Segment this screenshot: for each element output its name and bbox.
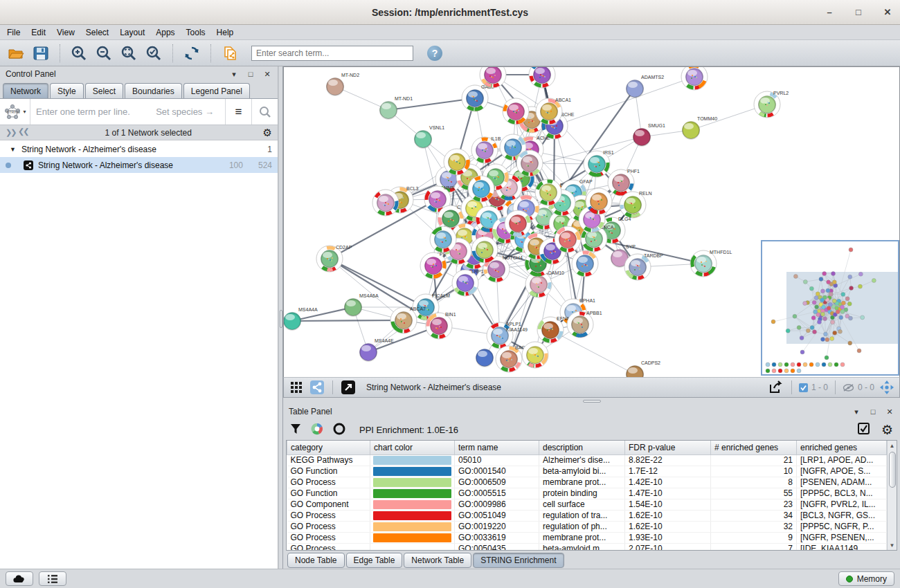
network-node[interactable]	[503, 98, 529, 125]
filter-icon[interactable]	[290, 423, 301, 437]
network-node[interactable]	[681, 67, 708, 90]
scroll-down-icon[interactable]: ▼	[888, 540, 897, 550]
birdseye-overview[interactable]	[761, 240, 899, 376]
panel-menu-icon[interactable]: ▾	[229, 70, 239, 79]
minimize-button[interactable]: –	[824, 7, 835, 18]
network-node[interactable]: TARDBP	[624, 253, 663, 280]
remove-chart-icon[interactable]	[333, 423, 345, 437]
table-settings-gear-icon[interactable]: ⚙	[881, 422, 893, 438]
network-node[interactable]	[468, 176, 494, 202]
network-node[interactable]	[572, 250, 598, 277]
panel-menu-icon[interactable]: ▾	[852, 407, 861, 416]
network-node[interactable]	[372, 190, 399, 216]
network-node[interactable]: PVRL2	[754, 91, 789, 118]
network-node[interactable]: LRP1	[452, 269, 484, 296]
query-options-icon[interactable]: ≡	[225, 99, 251, 125]
table-row[interactable]: GO ProcessGO:0051049regulation of tra...…	[287, 510, 887, 521]
network-node[interactable]	[505, 210, 531, 237]
panel-close-icon[interactable]: ✕	[262, 70, 272, 79]
table-row[interactable]: GO ProcessGO:0019220regulation of ph...1…	[287, 521, 887, 532]
network-node[interactable]: MT-ND2	[327, 73, 360, 95]
network-node[interactable]	[555, 226, 581, 252]
maximize-button[interactable]: □	[853, 7, 864, 18]
open-in-new-icon[interactable]	[340, 380, 357, 395]
menu-tools[interactable]: Tools	[186, 26, 211, 39]
navigator-icon[interactable]	[879, 380, 895, 395]
network-node[interactable]: RELN	[620, 191, 652, 218]
network-node[interactable]: VSNL1	[415, 125, 445, 148]
scroll-up-icon[interactable]: ▲	[888, 441, 897, 450]
network-node[interactable]: CADPS2	[627, 360, 661, 377]
menu-layout[interactable]: Layout	[120, 26, 150, 39]
panel-float-icon[interactable]: □	[246, 70, 255, 78]
table-row[interactable]: GO FunctionGO:0001540beta-amyloid bi...1…	[287, 466, 887, 477]
menu-edit[interactable]: Edit	[31, 26, 51, 39]
table-scrollbar[interactable]: ▲ ▼	[887, 441, 897, 550]
duplicate-network-icon[interactable]	[219, 44, 240, 63]
automation-cloud-icon[interactable]	[6, 571, 33, 586]
query-search-icon[interactable]	[251, 99, 278, 125]
zoom-selected-icon[interactable]	[143, 44, 164, 63]
string-protein-query-icon[interactable]: STRING ▾	[0, 99, 30, 125]
column-header-FDR-p-value[interactable]: FDR p-value	[625, 441, 711, 454]
tab-string-enrichment[interactable]: STRING Enrichment	[473, 553, 564, 568]
table-row[interactable]: GO ProcessGO:0050435beta-amyloid m...2.0…	[287, 543, 887, 551]
network-canvas[interactable]: MT-ND2MT-ND1VSNL1GAB2ADAMTS2PVRL2TOMM40S…	[283, 66, 900, 377]
network-edge[interactable]	[555, 77, 694, 126]
column-header-term-name[interactable]: term name	[455, 441, 539, 454]
collapse-triangle-icon[interactable]: ▼	[10, 146, 16, 153]
task-history-icon[interactable]	[39, 571, 66, 586]
menu-help[interactable]: Help	[217, 26, 240, 39]
network-options-gear-icon[interactable]: ⚙	[263, 127, 272, 139]
network-node[interactable]	[471, 237, 498, 263]
menu-file[interactable]: File	[7, 26, 26, 39]
network-node[interactable]	[522, 342, 548, 368]
horizontal-splitter[interactable]	[283, 398, 900, 404]
network-collection-row[interactable]: ▼ String Network - Alzheimer's disease 1	[0, 141, 278, 157]
panel-splitter[interactable]	[278, 66, 283, 569]
tab-select[interactable]: Select	[85, 83, 123, 98]
tab-network[interactable]: Network	[3, 83, 48, 98]
scrollbar-thumb[interactable]	[889, 452, 896, 488]
export-network-icon[interactable]	[768, 380, 784, 395]
network-edge[interactable]	[330, 259, 426, 307]
open-session-icon[interactable]	[6, 44, 26, 63]
network-edge[interactable]	[330, 259, 404, 320]
network-node[interactable]	[529, 67, 555, 88]
network-node[interactable]: MTHFD1L	[690, 250, 732, 277]
network-node[interactable]	[430, 226, 456, 252]
save-session-icon[interactable]	[30, 44, 51, 63]
network-node[interactable]	[516, 150, 543, 176]
menu-view[interactable]: View	[57, 26, 80, 39]
network-node[interactable]: IRS1	[584, 150, 614, 177]
table-row[interactable]: GO ProcessGO:0033619membrane prot...1.93…	[287, 532, 887, 543]
grid-view-icon[interactable]	[288, 380, 305, 395]
column-header--enriched-genes[interactable]: # enriched genes	[711, 441, 797, 454]
network-node[interactable]: BIN1	[426, 312, 456, 339]
network-node[interactable]: APBB1	[567, 311, 602, 338]
help-icon[interactable]: ?	[427, 46, 442, 61]
menu-select[interactable]: Select	[86, 26, 114, 39]
column-header-description[interactable]: description	[539, 441, 625, 454]
network-edge[interactable]	[292, 320, 404, 321]
menu-apps[interactable]: Apps	[156, 26, 180, 39]
tab-network-table[interactable]: Network Table	[404, 553, 471, 568]
table-row[interactable]: KEGG Pathways05010Alzheimer's dise...8.8…	[287, 454, 887, 466]
zoom-fit-icon[interactable]	[118, 44, 139, 63]
network-node[interactable]	[586, 188, 612, 214]
tab-legend-panel[interactable]: Legend Panel	[183, 83, 250, 98]
table-row[interactable]: GO ComponentGO:0009986cell surface1.54E-…	[287, 499, 887, 510]
column-header-enriched-genes[interactable]: enriched genes	[797, 441, 887, 454]
network-edge[interactable]	[550, 330, 635, 374]
network-node[interactable]	[444, 149, 470, 175]
collapse-all-icon[interactable]: ❯❯	[6, 128, 15, 137]
zoom-out-icon[interactable]	[93, 44, 114, 63]
memory-button[interactable]: Memory	[838, 571, 894, 586]
tab-edge-table[interactable]: Edge Table	[346, 553, 403, 568]
splitter-grip[interactable]	[583, 400, 601, 403]
network-node[interactable]	[476, 349, 494, 367]
tab-boundaries[interactable]: Boundaries	[125, 83, 182, 98]
panel-float-icon[interactable]: □	[868, 407, 878, 416]
chart-settings-icon[interactable]	[311, 423, 323, 437]
network-node[interactable]: ABCA7	[390, 306, 426, 333]
